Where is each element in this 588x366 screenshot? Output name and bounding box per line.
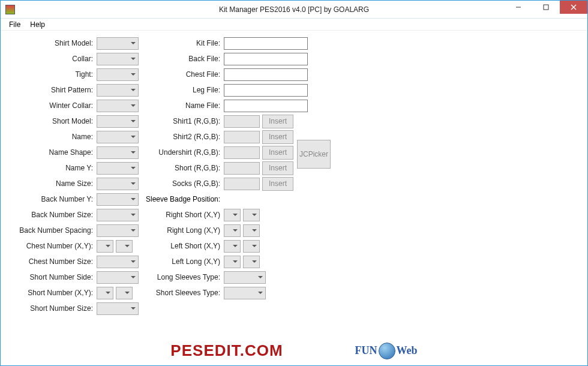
chevron-down-icon	[233, 214, 238, 216]
long-sleeves-type-combo[interactable]	[224, 271, 266, 284]
sleeve-badge-label: Sleeve Badge Position:	[145, 191, 331, 207]
chevron-down-icon	[131, 42, 136, 44]
menu-help[interactable]: Help	[25, 19, 50, 30]
right-short-x-combo[interactable]	[224, 209, 241, 221]
shirt2-rgb-label: Shirt2 (R,G,B):	[145, 133, 224, 141]
undershirt-rgb-input[interactable]	[224, 146, 260, 159]
shirt1-rgb-input[interactable]	[224, 115, 260, 128]
menu-file[interactable]: File	[4, 19, 25, 30]
chevron-down-icon	[106, 292, 110, 294]
collar-combo[interactable]	[97, 53, 139, 65]
chevron-down-icon	[106, 245, 110, 247]
back-number-y-combo[interactable]	[97, 193, 139, 206]
right-short-xy-label: Right Short (X,Y)	[145, 211, 224, 219]
chevron-down-icon	[252, 260, 257, 263]
short-insert-button[interactable]: Insert	[262, 161, 293, 175]
funweb-logo: FUN Web	[355, 343, 418, 359]
short-number-side-combo[interactable]	[97, 271, 139, 284]
menubar: File Help	[1, 19, 587, 31]
socks-rgb-label: Socks (R,G,B):	[145, 179, 224, 188]
chest-file-label: Chest File:	[145, 70, 224, 79]
name-size-combo[interactable]	[97, 178, 139, 190]
shirt-model-label: Shirt Model:	[7, 39, 97, 47]
minimize-button[interactable]	[505, 1, 532, 14]
name-y-combo[interactable]	[97, 162, 139, 175]
chest-number-y-combo[interactable]	[116, 240, 133, 253]
leg-file-input[interactable]	[224, 84, 308, 97]
short-number-side-label: Short Number Side:	[7, 273, 97, 281]
back-number-spacing-label: Back Number Spacing:	[7, 226, 97, 235]
chevron-down-icon	[131, 229, 136, 232]
short-model-label: Short Model:	[7, 117, 97, 125]
chevron-down-icon	[233, 229, 238, 232]
jcpicker-button[interactable]: JCPicker	[297, 140, 331, 169]
shirt-pattern-combo[interactable]	[97, 84, 139, 97]
back-number-size-combo[interactable]	[97, 209, 139, 221]
short-rgb-input[interactable]	[224, 162, 260, 175]
name-file-input[interactable]	[224, 100, 308, 112]
tight-label: Tight:	[7, 70, 97, 79]
left-short-xy-label: Left Short (X,Y)	[145, 242, 224, 250]
undershirt-rgb-label: Undershirt (R,G,B):	[145, 148, 224, 157]
short-number-size-combo[interactable]	[97, 302, 139, 315]
short-sleeves-type-label: Short Sleeves Type:	[145, 289, 224, 297]
undershirt-insert-button[interactable]: Insert	[262, 146, 293, 160]
shirt-pattern-label: Shirt Pattern:	[7, 86, 97, 94]
right-long-xy-label: Right Long (X,Y)	[145, 226, 224, 235]
chevron-down-icon	[131, 89, 136, 91]
svg-rect-1	[544, 5, 548, 10]
chevron-down-icon	[252, 214, 257, 216]
back-file-label: Back File:	[145, 55, 224, 63]
chevron-down-icon	[131, 151, 136, 154]
content: Shirt Model: Collar: Tight: Shirt Patter…	[1, 31, 587, 316]
left-long-y-combo[interactable]	[243, 256, 260, 268]
back-number-spacing-combo[interactable]	[97, 224, 139, 237]
left-short-y-combo[interactable]	[243, 240, 260, 253]
name-file-label: Name File:	[145, 101, 224, 110]
short-rgb-label: Short (R,G,B):	[145, 164, 224, 172]
chevron-down-icon	[131, 73, 136, 76]
chest-file-input[interactable]	[224, 68, 308, 81]
right-long-y-combo[interactable]	[243, 224, 260, 237]
back-number-size-label: Back Number Size:	[7, 211, 97, 219]
short-sleeves-type-combo[interactable]	[224, 287, 266, 299]
shirt2-insert-button[interactable]: Insert	[262, 130, 293, 144]
chevron-down-icon	[131, 260, 136, 263]
maximize-button[interactable]	[532, 1, 560, 14]
collar-label: Collar:	[7, 55, 97, 63]
chevron-down-icon	[125, 292, 130, 294]
short-model-combo[interactable]	[97, 115, 139, 128]
shirt2-rgb-input[interactable]	[224, 131, 260, 143]
shirt-model-combo[interactable]	[97, 37, 139, 50]
leg-file-label: Leg File:	[145, 86, 224, 94]
chevron-down-icon	[131, 276, 136, 278]
tight-combo[interactable]	[97, 68, 139, 81]
short-number-x-combo[interactable]	[97, 287, 113, 299]
socks-rgb-input[interactable]	[224, 178, 260, 190]
kit-file-input[interactable]	[224, 37, 308, 50]
chevron-down-icon	[258, 276, 263, 278]
chevron-down-icon	[131, 167, 136, 169]
winter-collar-combo[interactable]	[97, 100, 139, 112]
left-short-x-combo[interactable]	[224, 240, 241, 253]
shirt1-insert-button[interactable]: Insert	[262, 115, 293, 128]
logos: PESEDIT.COM FUN Web	[0, 341, 588, 360]
name-shape-combo[interactable]	[97, 146, 139, 159]
back-file-input[interactable]	[224, 53, 308, 65]
chevron-down-icon	[125, 245, 130, 247]
socks-insert-button[interactable]: Insert	[262, 177, 293, 191]
chevron-down-icon	[131, 120, 136, 122]
chest-number-size-combo[interactable]	[97, 256, 139, 268]
right-short-y-combo[interactable]	[243, 209, 260, 221]
fun-text: FUN	[355, 344, 377, 357]
close-button[interactable]	[560, 1, 587, 14]
short-number-y-combo[interactable]	[116, 287, 133, 299]
chest-number-x-combo[interactable]	[97, 240, 113, 253]
name-combo[interactable]	[97, 131, 139, 143]
right-long-x-combo[interactable]	[224, 224, 241, 237]
name-y-label: Name Y:	[7, 164, 97, 172]
left-long-x-combo[interactable]	[224, 256, 241, 268]
app-icon	[5, 5, 15, 14]
long-sleeves-type-label: Long Sleeves Type:	[145, 273, 224, 281]
pesedit-logo: PESEDIT.COM	[170, 341, 283, 360]
